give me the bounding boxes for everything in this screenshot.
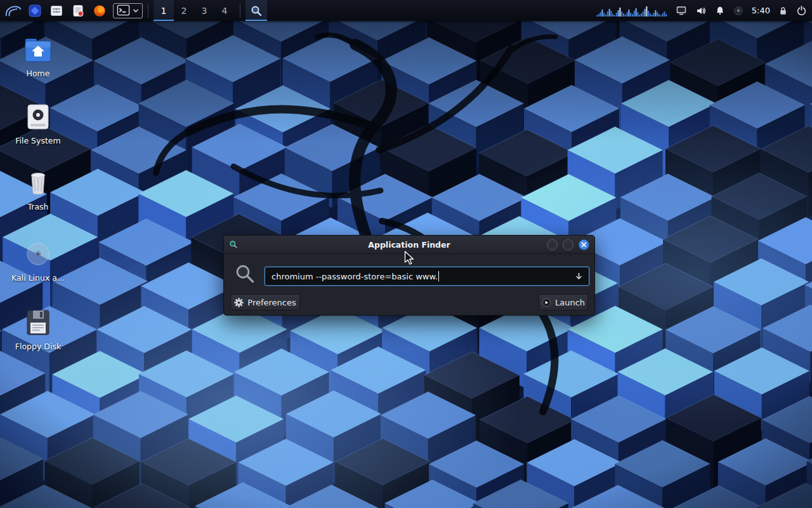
chevron-down-icon <box>133 8 139 13</box>
preferences-label: Preferences <box>247 298 296 307</box>
text-caret <box>438 271 439 281</box>
window-app-finder-icon <box>229 240 239 250</box>
taskbar-app-finder-button[interactable] <box>246 0 267 21</box>
window-controls <box>547 239 594 250</box>
workspace-app-icon <box>28 4 42 18</box>
search-icon <box>235 264 255 284</box>
text-editor-icon <box>71 4 85 18</box>
window-title: Application Finder <box>224 240 594 250</box>
display-icon <box>676 6 687 16</box>
desktop-icon-home[interactable]: Home <box>5 34 71 78</box>
panel-tray: 5:40 <box>596 0 812 21</box>
workspace-label: 1 <box>161 6 167 16</box>
minimize-button[interactable] <box>547 239 558 250</box>
home-folder-icon <box>23 37 53 64</box>
display-settings-button[interactable] <box>676 0 687 21</box>
notifications-button[interactable] <box>715 0 725 21</box>
trash-icon <box>23 169 53 197</box>
desktop-icon-kali-linux[interactable]: Kali Linux a... <box>5 239 71 283</box>
launch-button[interactable]: Launch <box>539 294 588 311</box>
kali-menu-icon <box>4 3 22 18</box>
workspace-button-4[interactable]: 4 <box>214 0 235 21</box>
status-circle-icon <box>733 6 743 16</box>
panel-separator <box>148 4 148 18</box>
preferences-button[interactable]: Preferences <box>230 294 300 311</box>
desktop-icon-label: Kali Linux a... <box>11 273 65 283</box>
search-input[interactable]: chromium --password-store=basic www. <box>265 267 589 286</box>
volume-button[interactable] <box>695 0 707 21</box>
close-button[interactable] <box>579 239 589 250</box>
terminal-icon <box>117 4 130 17</box>
launcher-firefox[interactable] <box>89 0 110 21</box>
application-finder-window: Application Finder chromium --password-s… <box>223 235 595 316</box>
desktop-icon-label: Trash <box>27 202 48 211</box>
lock-screen-button[interactable] <box>778 0 788 21</box>
volume-icon <box>695 6 707 16</box>
titlebar[interactable]: Application Finder <box>224 236 594 254</box>
desktop-icon-floppy-disk[interactable]: Floppy Disk <box>5 307 71 351</box>
search-input-value: chromium --password-store=basic www. <box>272 272 438 281</box>
desktop-icon-label: Home <box>27 69 50 78</box>
launcher-text-editor[interactable] <box>67 0 89 21</box>
top-panel: 1 2 3 4 <box>0 0 812 21</box>
floppy-disk-icon <box>23 309 53 337</box>
maximize-button[interactable] <box>563 239 573 250</box>
desktop-icon-file-system[interactable]: File System <box>5 102 71 145</box>
notifications-bell-icon <box>715 6 725 16</box>
kali-disc-icon <box>24 240 52 268</box>
launch-label: Launch <box>555 298 585 307</box>
close-icon <box>581 242 587 248</box>
gear-icon <box>234 298 244 307</box>
workspace-label: 3 <box>202 6 207 16</box>
dropdown-arrow-icon[interactable] <box>575 272 583 281</box>
desktop-icon-label: File System <box>15 136 61 145</box>
lock-icon <box>778 6 788 16</box>
workspace-button-2[interactable]: 2 <box>174 0 194 21</box>
power-icon <box>796 5 807 16</box>
launcher-workspace-app[interactable] <box>24 0 46 21</box>
panel-separator <box>240 4 240 18</box>
desktop-icon-label: Floppy Disk <box>15 342 61 351</box>
firefox-icon <box>93 4 107 18</box>
kali-menu-button[interactable] <box>3 0 24 21</box>
file-system-drive-icon <box>23 103 53 131</box>
clock-text: 5:40 <box>752 6 770 15</box>
logout-button[interactable] <box>796 0 807 21</box>
desktop-icon-trash[interactable]: Trash <box>5 168 71 211</box>
launcher-file-manager[interactable] <box>46 0 67 21</box>
workspace-button-1[interactable]: 1 <box>154 0 174 21</box>
launcher-terminal[interactable] <box>113 3 143 18</box>
workspace-button-3[interactable]: 3 <box>194 0 214 21</box>
launch-icon <box>542 298 551 307</box>
app-finder-icon <box>250 4 263 17</box>
audio-spectrum <box>596 4 667 18</box>
workspace-label: 4 <box>222 6 228 16</box>
file-manager-icon <box>49 4 63 18</box>
clock[interactable]: 5:40 <box>752 0 770 21</box>
workspace-label: 2 <box>181 6 187 16</box>
status-indicator-button[interactable] <box>733 0 743 21</box>
